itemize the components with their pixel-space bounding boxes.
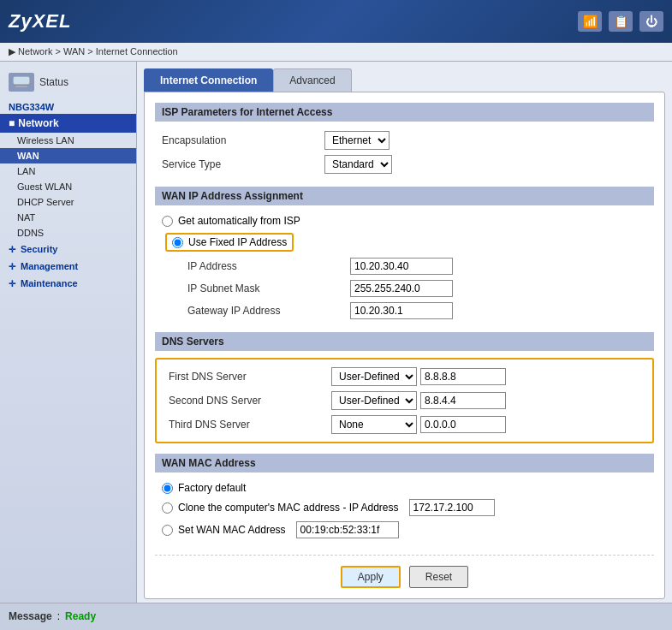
dns-section-header: DNS Servers: [155, 332, 654, 351]
service-type-row: Service Type Standard RR: [155, 152, 654, 176]
gateway-ip-label: Gateway IP Address: [187, 305, 342, 317]
encapsulation-control: Ethernet PPPoE PPTP: [324, 131, 390, 150]
status-label[interactable]: Status: [39, 76, 68, 88]
second-dns-label: Second DNS Server: [169, 395, 323, 407]
clipboard-icon[interactable]: 📋: [609, 11, 633, 32]
radio-clone-mac-row: Clone the computer's MAC address - IP Ad…: [155, 496, 654, 519]
clone-mac-ip-input[interactable]: [409, 499, 495, 516]
radio-clone-mac[interactable]: [162, 502, 173, 514]
footer-message-label: Message: [9, 610, 52, 622]
tab-advanced[interactable]: Advanced: [273, 68, 351, 92]
sidebar-item-wan[interactable]: WAN: [0, 148, 136, 163]
footer-colon: :: [57, 610, 60, 622]
sidebar-item-guest-wlan[interactable]: Guest WLAN: [0, 179, 136, 194]
footer-message-value: Ready: [65, 610, 96, 622]
wan-mac-section-header: WAN MAC Address: [155, 454, 654, 472]
power-icon[interactable]: ⏻: [639, 11, 663, 32]
second-dns-row: Second DNS Server User-Defined None From…: [162, 389, 647, 413]
plus-icon-management: ✛: [9, 262, 15, 271]
logo: ZyXEL: [9, 10, 71, 33]
second-dns-type-select[interactable]: User-Defined None From ISP: [331, 391, 417, 410]
ip-address-row: IP Address: [181, 255, 654, 277]
minus-icon: ■: [9, 117, 15, 129]
sidebar-item-nat[interactable]: NAT: [0, 210, 136, 225]
use-fixed-ip-box: Use Fixed IP Address: [165, 233, 294, 252]
button-row: Apply Reset: [155, 555, 654, 588]
fixed-ip-section: Use Fixed IP Address: [155, 229, 654, 255]
wan-mac-input[interactable]: [296, 521, 399, 538]
first-dns-input[interactable]: [420, 368, 506, 385]
first-dns-control: User-Defined None From ISP: [331, 367, 506, 386]
sidebar-item-dhcp-server[interactable]: DHCP Server: [0, 194, 136, 210]
svg-rect-0: [13, 76, 30, 85]
first-dns-row: First DNS Server User-Defined None From …: [162, 365, 647, 389]
radio-clone-mac-label: Clone the computer's MAC address - IP Ad…: [178, 502, 399, 514]
sidebar-item-wireless-lan[interactable]: Wireless LAN: [0, 133, 136, 148]
subnet-mask-label: IP Subnet Mask: [187, 282, 342, 294]
third-dns-control: None User-Defined From ISP: [331, 415, 506, 434]
radio-factory-default-row: Factory default: [155, 479, 654, 496]
dns-box: First DNS Server User-Defined None From …: [155, 358, 654, 443]
radio-fixed-ip-label: Use Fixed IP Address: [188, 236, 287, 248]
sidebar-item-security[interactable]: ✛ Security: [0, 241, 136, 258]
encapsulation-label: Encapsulation: [162, 134, 316, 146]
service-type-label: Service Type: [162, 158, 316, 170]
plus-icon-security: ✛: [9, 245, 15, 254]
sidebar-item-ddns[interactable]: DDNS: [0, 225, 136, 241]
encapsulation-row: Encapsulation Ethernet PPPoE PPTP: [155, 128, 654, 152]
encapsulation-select[interactable]: Ethernet PPPoE PPTP: [324, 131, 390, 150]
wan-ip-section-header: WAN IP Address Assignment: [155, 187, 654, 205]
third-dns-type-select[interactable]: None User-Defined From ISP: [331, 415, 417, 434]
gateway-ip-row: Gateway IP Address: [181, 300, 654, 322]
fixed-ip-fields: IP Address IP Subnet Mask Gateway IP Add…: [155, 255, 654, 322]
first-dns-label: First DNS Server: [169, 371, 323, 383]
first-dns-type-select[interactable]: User-Defined None From ISP: [331, 367, 417, 386]
wifi-icon[interactable]: 📶: [578, 11, 602, 32]
tab-bar: Internet Connection Advanced: [144, 68, 665, 92]
plus-icon-maintenance: ✛: [9, 279, 15, 288]
footer: Message : Ready: [0, 603, 672, 628]
device-name: NBG334W: [0, 98, 136, 114]
ip-address-label: IP Address: [187, 260, 342, 272]
header-icons: 📶 📋 ⏻: [578, 11, 663, 32]
radio-auto-isp-label: Get automatically from ISP: [178, 215, 300, 227]
reset-button[interactable]: Reset: [409, 566, 468, 588]
content-area: Internet Connection Advanced ISP Paramet…: [137, 62, 672, 603]
sidebar-item-management[interactable]: ✛ Management: [0, 258, 136, 275]
third-dns-input[interactable]: [420, 416, 506, 433]
sidebar-item-lan[interactable]: LAN: [0, 163, 136, 179]
radio-set-wan-mac-row: Set WAN MAC Address: [155, 519, 654, 541]
tab-internet-connection[interactable]: Internet Connection: [144, 68, 273, 92]
radio-factory-default-label: Factory default: [178, 482, 246, 494]
radio-set-wan-mac-label: Set WAN MAC Address: [178, 524, 286, 536]
breadcrumb: ▶ Network > WAN > Internet Connection: [0, 43, 672, 62]
sidebar: Status NBG334W ■ Network Wireless LAN WA…: [0, 62, 137, 603]
radio-factory-default[interactable]: [162, 483, 173, 494]
second-dns-control: User-Defined None From ISP: [331, 391, 506, 410]
svg-rect-1: [15, 86, 27, 87]
sidebar-item-maintenance[interactable]: ✛ Maintenance: [0, 275, 136, 292]
service-type-control: Standard RR: [324, 155, 392, 174]
apply-button[interactable]: Apply: [341, 566, 401, 588]
third-dns-label: Third DNS Server: [169, 419, 323, 431]
subnet-mask-input[interactable]: [350, 280, 453, 297]
main-layout: Status NBG334W ■ Network Wireless LAN WA…: [0, 62, 672, 603]
header: ZyXEL 📶 📋 ⏻: [0, 0, 672, 43]
radio-fixed-ip[interactable]: [172, 237, 183, 248]
subnet-mask-row: IP Subnet Mask: [181, 277, 654, 300]
second-dns-input[interactable]: [420, 392, 506, 409]
radio-auto-isp[interactable]: [162, 216, 173, 227]
router-icon: [9, 73, 34, 92]
sidebar-status[interactable]: Status: [0, 66, 136, 98]
sidebar-item-network[interactable]: ■ Network: [0, 114, 136, 133]
service-type-select[interactable]: Standard RR: [324, 155, 392, 174]
radio-auto-isp-row: Get automatically from ISP: [155, 212, 654, 229]
gateway-ip-input[interactable]: [350, 302, 453, 319]
main-panel: ISP Parameters for Internet Access Encap…: [144, 92, 665, 599]
third-dns-row: Third DNS Server None User-Defined From …: [162, 413, 647, 437]
ip-address-input[interactable]: [350, 258, 453, 275]
isp-section-header: ISP Parameters for Internet Access: [155, 103, 654, 122]
radio-set-wan-mac[interactable]: [162, 525, 173, 536]
